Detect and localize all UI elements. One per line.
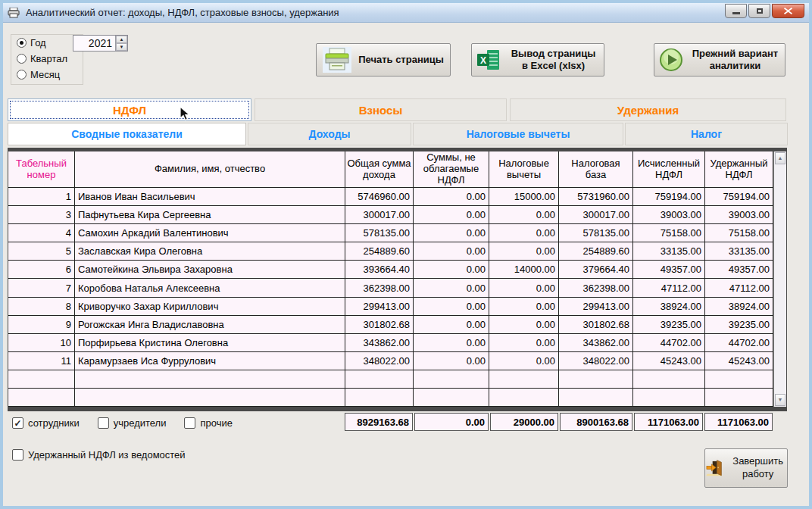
exit-button-label: Завершить работу — [729, 455, 787, 481]
vertical-scrollbar[interactable]: ▲ ▼ — [773, 151, 786, 407]
total-cell: 1171063.00 — [704, 413, 773, 431]
cell — [559, 389, 633, 407]
checkbox-icon[interactable] — [98, 417, 109, 429]
cell: 299413.00 — [345, 298, 414, 316]
period-option-2[interactable]: Месяц — [11, 67, 83, 83]
cell: Порфирьева Кристина Олеговна — [75, 334, 345, 352]
spin-down-icon[interactable]: ▼ — [116, 43, 127, 51]
main-tab-bar: НДФЛВзносыУдержания — [8, 98, 786, 121]
radio-icon[interactable] — [17, 54, 27, 64]
cell: 379664.40 — [559, 261, 633, 279]
tab-main-2[interactable]: Удержания — [510, 98, 786, 121]
cell — [414, 370, 489, 389]
close-button[interactable] — [772, 4, 804, 18]
spin-up-icon[interactable]: ▲ — [116, 36, 127, 43]
checkbox-icon[interactable]: ✓ — [12, 417, 23, 429]
cell — [489, 389, 559, 407]
radio-icon[interactable] — [17, 38, 27, 48]
cell: Пафнутьева Кира Сергеевна — [75, 206, 345, 224]
table-row[interactable]: 10Порфирьева Кристина Олеговна343862.000… — [8, 334, 774, 352]
filter-checkbox-r1-0[interactable]: ✓сотрудники — [12, 417, 80, 429]
cell — [345, 389, 414, 407]
maximize-button[interactable] — [748, 4, 770, 18]
exit-button[interactable]: Завершить работу — [704, 448, 788, 488]
cell: 0.00 — [489, 206, 559, 224]
window-controls — [725, 4, 804, 18]
table-row[interactable]: 6Самотейкина Эльвира Захаровна393664.400… — [8, 261, 774, 279]
cell: 44702.00 — [633, 334, 705, 352]
cell: 254889.60 — [559, 242, 633, 261]
minimize-button[interactable] — [725, 4, 747, 18]
cell: 362398.00 — [559, 279, 633, 297]
scroll-up-icon[interactable]: ▲ — [775, 152, 785, 164]
cell: 362398.00 — [345, 279, 414, 297]
table-row[interactable]: 7Коробова Наталья Алексеевна362398.000.0… — [8, 279, 774, 297]
cell: 14000.00 — [489, 261, 559, 279]
cell: 5 — [8, 242, 75, 261]
cell: 0.00 — [414, 334, 489, 352]
app-printer-icon — [8, 8, 21, 18]
table-row[interactable] — [8, 370, 774, 389]
table-row[interactable]: 8Криворучко Захар Кириллович299413.000.0… — [8, 298, 774, 316]
column-header: Налоговая база — [559, 151, 633, 188]
cell: Заславская Кира Олеговна — [75, 242, 345, 261]
print-page-button[interactable]: Печать страницы — [316, 43, 451, 77]
table-row[interactable]: 5Заславская Кира Олеговна254889.600.000.… — [8, 242, 774, 261]
radio-label: Квартал — [30, 53, 67, 64]
tab-sub-1[interactable]: Доходы — [248, 123, 411, 145]
cell: 33135.00 — [633, 242, 705, 261]
table-row[interactable]: 3Пафнутьева Кира Сергеевна300017.000.000… — [8, 206, 774, 224]
grid-body: 1Иванов Иван Васильевич5746960.000.00150… — [8, 188, 774, 407]
tab-main-1[interactable]: Взносы — [255, 98, 507, 121]
cell: Карамурзаев Иса Фуррулович — [75, 352, 345, 370]
cell: 47112.00 — [633, 279, 705, 297]
period-option-0[interactable]: Год — [11, 35, 83, 51]
table-row[interactable]: 1Иванов Иван Васильевич5746960.000.00150… — [8, 188, 774, 206]
cell — [75, 370, 345, 389]
excel-icon: X — [476, 48, 501, 72]
scroll-down-icon[interactable]: ▼ — [775, 394, 785, 406]
table-row[interactable] — [8, 389, 774, 407]
cell: 38924.00 — [705, 298, 773, 316]
filter-checkbox-r2-0[interactable]: Удержанный НДФЛ из ведомостей — [12, 449, 186, 461]
table-row[interactable]: 4Самохин Аркадий Валентинович578135.000.… — [8, 224, 774, 242]
close-icon — [784, 8, 792, 14]
exit-door-icon — [705, 455, 723, 481]
tab-sub-3[interactable]: Налог — [625, 123, 788, 145]
tab-sub-2[interactable]: Налоговые вычеты — [413, 123, 623, 145]
cell: 343862.00 — [559, 334, 633, 352]
year-value[interactable]: 2021 — [73, 36, 115, 51]
grid-inner: Табельный номерФамилия, имя, отчествоОбщ… — [8, 151, 774, 407]
period-option-1[interactable]: Квартал — [11, 51, 83, 67]
cell: 254889.60 — [345, 242, 414, 261]
cell — [75, 389, 345, 407]
checkbox-label: учредители — [114, 417, 167, 429]
cell — [345, 370, 414, 389]
cell: 300017.00 — [345, 206, 414, 224]
radio-icon[interactable] — [17, 70, 27, 80]
year-spinner[interactable]: 2021 ▲ ▼ — [73, 35, 128, 52]
table-row[interactable]: 11Карамурзаев Иса Фуррулович348022.000.0… — [8, 352, 774, 370]
tab-main-0[interactable]: НДФЛ — [8, 98, 251, 121]
checkbox-icon[interactable] — [12, 449, 23, 461]
cell: 6 — [8, 261, 75, 279]
filter-checkbox-r1-2[interactable]: прочие — [184, 417, 232, 429]
tab-sub-0[interactable]: Сводные показатели — [8, 123, 246, 145]
cell: 0.00 — [414, 224, 489, 242]
cell: 393664.40 — [345, 261, 414, 279]
cell: 0.00 — [414, 188, 489, 206]
column-header: Фамилия, имя, отчество — [75, 151, 345, 188]
title-bar: Аналитический отчет: доходы, НДФЛ, страх… — [3, 3, 809, 23]
cell: Криворучко Захар Кириллович — [75, 298, 345, 316]
cell: 47112.00 — [705, 279, 773, 297]
checkbox-icon[interactable] — [184, 417, 195, 429]
cell: 0.00 — [489, 352, 559, 370]
cell: 9 — [8, 316, 75, 334]
filter-checkbox-r1-1[interactable]: учредители — [98, 417, 167, 429]
legacy-analytics-button[interactable]: Прежний вариант аналитики — [654, 43, 785, 77]
cell: Рогожская Инга Владиславовна — [75, 316, 345, 334]
table-row[interactable]: 9Рогожская Инга Владиславовна301802.680.… — [8, 316, 774, 334]
cell — [705, 370, 773, 389]
total-cell: 29000.00 — [490, 413, 558, 431]
excel-export-button[interactable]: X Вывод страницы в Excel (xlsx) — [471, 43, 604, 77]
